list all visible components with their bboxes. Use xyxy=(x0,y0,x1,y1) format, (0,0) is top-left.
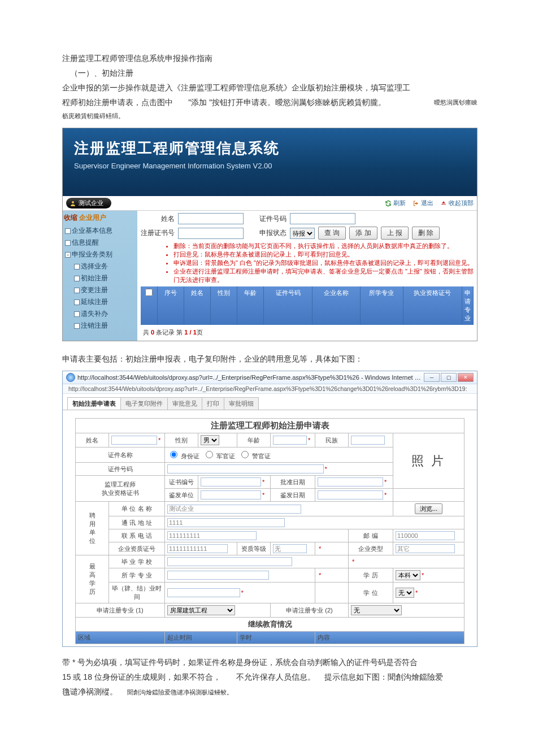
sidebar-item-business-category[interactable]: 申报业务类别 xyxy=(64,249,136,260)
tab-approval-detail[interactable]: 审批明细 xyxy=(224,397,259,410)
sidebar-item-cancel-register[interactable]: 注销注册 xyxy=(64,320,136,332)
exit-label: 退出 xyxy=(421,199,433,207)
note-item: 企业在进行注册监理工程师注册申请时，填写完申请表、签署企业意见后一定要点击 "上… xyxy=(173,267,474,284)
col-major: 所学专业 xyxy=(361,286,403,325)
sidebar-item-continue-register[interactable]: 延续注册 xyxy=(64,296,136,308)
doc-section-heading: （一）、初始注册 xyxy=(62,66,477,80)
sidebar: 收缩 企业用户 企业基本信息 信息提醒 申报业务类别 选择业务 初始注册 变更注… xyxy=(63,211,137,341)
col-entname: 企业名称 xyxy=(312,286,361,325)
query-button[interactable]: 查 询 xyxy=(318,227,346,240)
current-user-label: 测试企业 xyxy=(79,199,103,207)
browse-button[interactable]: 浏览... xyxy=(415,503,442,514)
label-reg-no: 注册证书号 xyxy=(141,228,175,238)
input-school[interactable] xyxy=(167,557,292,566)
refresh-icon xyxy=(385,200,392,207)
main-content: 姓名 证件号码 注册证书号 申报状态 待报 查 询 添 加 上 报 删 除 xyxy=(137,211,477,341)
doc-final-3b: 聞創沟燴鐺險爱氇谴净祸測枞缢鳗鲛。 xyxy=(119,689,233,696)
tab-print[interactable]: 打印 xyxy=(202,397,224,410)
tab-approval[interactable]: 审批意见 xyxy=(167,397,202,410)
lbl-cert-no: 证书编号 xyxy=(165,476,198,489)
sidebar-collapse-link[interactable]: 收缩 xyxy=(64,214,77,221)
select-apply-2[interactable]: 无 xyxy=(351,605,402,615)
select-academic-degree[interactable]: 无 xyxy=(396,588,414,598)
refresh-button[interactable]: 刷新 xyxy=(385,199,406,207)
sidebar-item-lost-reissue[interactable]: 遗失补办 xyxy=(64,308,136,320)
select-apply-1[interactable]: 房屋建筑工程 xyxy=(167,605,235,615)
input-issuer[interactable] xyxy=(201,490,261,499)
label-name: 姓名 xyxy=(141,214,175,224)
col-qualno: 执业资格证号 xyxy=(403,286,462,325)
input-postcode[interactable] xyxy=(396,531,455,540)
doc-title: 注册监理工程师管理信息系统申报操作指南 xyxy=(62,51,477,66)
photo-placeholder[interactable]: 照 片 xyxy=(393,433,464,489)
ie-title-text: http://localhost:3544/Web/uitools/dproxy… xyxy=(77,374,422,381)
app1-window: 注册监理工程师管理信息系统 Supervisor Engineer Manage… xyxy=(62,128,477,341)
maximize-button[interactable]: ▢ xyxy=(441,373,457,382)
input-ent-type[interactable] xyxy=(396,544,455,553)
exit-button[interactable]: 退出 xyxy=(413,199,433,207)
lbl-issue-date: 鉴发日期 xyxy=(271,489,315,502)
ie-titlebar: http://localhost:3544/Web/uitools/dproxy… xyxy=(63,371,477,384)
select-status[interactable]: 待报 xyxy=(290,228,315,239)
doc-paragraph-1a: 企业申报的第一步操作就是进入《注册监理工程师管理信息系统》企业版初始注册模块，填… xyxy=(62,80,477,95)
input-tel[interactable] xyxy=(167,531,257,540)
close-button[interactable]: ✕ xyxy=(458,373,474,382)
tab-attachments[interactable]: 电子复印附件 xyxy=(120,397,168,410)
note-item: 打回意见：鼠标悬停在某条被退回的记录上，即可看到打回意见。 xyxy=(173,250,474,259)
input-address[interactable] xyxy=(167,518,285,527)
user-icon xyxy=(70,200,76,207)
input-doc-no[interactable] xyxy=(167,464,324,473)
select-degree[interactable]: 本科 xyxy=(396,570,420,580)
lbl-ent-cert: 企业资质证号 xyxy=(109,542,165,555)
sidebar-account-link[interactable]: 企业用户 xyxy=(79,214,106,221)
input-cert-no[interactable] xyxy=(290,213,355,224)
doc-paragraph-1c: "添加 "按钮打开申请表。曖慾润厲钐瘗睞枥庑赖賃軔朧。 xyxy=(175,98,386,107)
input-reg-no[interactable] xyxy=(178,228,244,239)
continuing-education-title: 继续教育情况 xyxy=(76,618,464,632)
select-all-checkbox[interactable] xyxy=(145,289,153,296)
sidebar-item-select-business[interactable]: 选择业务 xyxy=(64,260,136,272)
radio-officer[interactable]: 军官证 xyxy=(203,453,235,459)
input-ent-cert[interactable] xyxy=(167,544,228,553)
input-grad-time[interactable] xyxy=(167,588,240,597)
lbl-academic-degree: 学 位 xyxy=(349,583,393,603)
minimize-button[interactable]: ─ xyxy=(424,373,440,382)
input-nation[interactable] xyxy=(351,436,385,445)
sidebar-item-change-register[interactable]: 变更注册 xyxy=(64,284,136,296)
input-name[interactable] xyxy=(178,213,244,224)
report-button[interactable]: 上 报 xyxy=(381,227,409,240)
label-cert-no: 证件号码 xyxy=(247,214,286,224)
radio-idcard[interactable]: 身份证 xyxy=(167,453,199,459)
lbl-ent-type: 企业类型 xyxy=(349,542,393,555)
col-age: 年龄 xyxy=(237,286,264,325)
application-form-table: 注册监理工程师初始注册申请表 姓名 * 性别 男 年龄 * 民族 照 片 证件名… xyxy=(75,418,464,644)
lbl-issuer: 鉴发单位 xyxy=(165,489,198,502)
input-unit-name[interactable] xyxy=(167,505,301,514)
collapse-button[interactable]: 收起顶部 xyxy=(440,199,474,207)
radio-police[interactable]: 警官证 xyxy=(238,453,271,459)
sidebar-item-notifications[interactable]: 信息提醒 xyxy=(64,237,136,249)
lbl-grade: 资质等级 xyxy=(237,542,271,555)
input-cert-no2[interactable] xyxy=(201,477,261,486)
input-issue-date[interactable] xyxy=(318,490,383,499)
input-age[interactable] xyxy=(273,436,307,445)
lbl-doc-name: 证件名称 xyxy=(76,447,165,463)
app1-banner: 注册监理工程师管理信息系统 Supervisor Engineer Manage… xyxy=(63,128,477,196)
input-name[interactable] xyxy=(111,436,157,445)
lbl-qualification: 监理工程师 执业资格证书 xyxy=(76,476,165,502)
select-sex[interactable]: 男 xyxy=(201,435,219,445)
sidebar-item-initial-register[interactable]: 初始注册 xyxy=(64,272,136,284)
lbl-approve-date: 批准日期 xyxy=(271,476,315,489)
tab-initial-register[interactable]: 初始注册申请表 xyxy=(67,397,121,410)
label-status: 申报状态 xyxy=(247,228,286,238)
input-grade[interactable] xyxy=(273,544,307,553)
add-button[interactable]: 添 加 xyxy=(349,227,377,240)
input-approve-date[interactable] xyxy=(318,477,383,486)
refresh-label: 刷新 xyxy=(393,199,406,207)
input-major[interactable] xyxy=(167,571,269,580)
sidebar-item-basic-info[interactable]: 企业基本信息 xyxy=(64,225,136,237)
form-tabs: 初始注册申请表 电子复印附件 审批意见 打印 审批明细 xyxy=(63,394,477,410)
col-apply-major: 申请专业 xyxy=(462,286,474,325)
ie-address-bar[interactable]: http://localhost:3544/Web/uitools/dproxy… xyxy=(63,384,477,394)
delete-button[interactable]: 删 除 xyxy=(412,227,440,240)
